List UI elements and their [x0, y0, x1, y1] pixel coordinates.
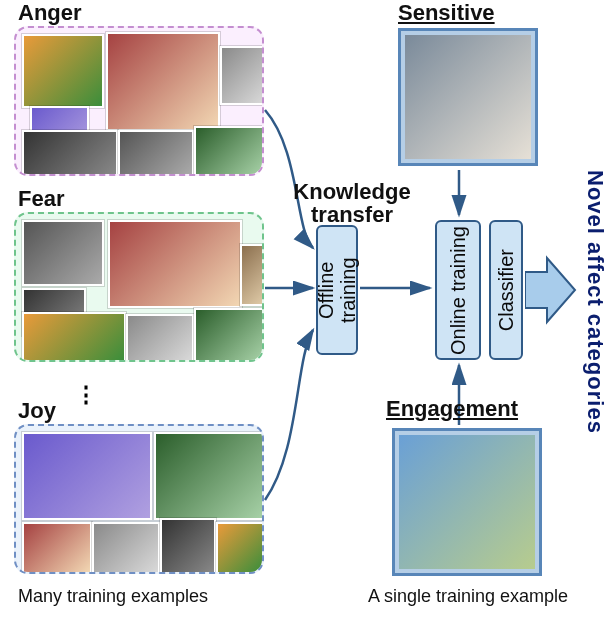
offline-training-label: Offline training — [315, 227, 359, 353]
output-label: Novel affect categories — [582, 170, 608, 434]
classifier-label: Classifier — [495, 249, 517, 331]
online-training-box: Online training — [435, 220, 481, 360]
knowledge-transfer-label: Knowledge transfer — [282, 180, 422, 226]
knowledge-transfer-line2: transfer — [311, 202, 393, 227]
online-training-label: Online training — [447, 226, 469, 355]
single-photo-engagement — [399, 435, 535, 569]
knowledge-transfer-line1: Knowledge — [293, 179, 410, 204]
output-arrow-icon — [525, 250, 585, 330]
single-box-engagement — [392, 428, 542, 576]
single-label-sensitive: Sensitive — [398, 0, 495, 26]
classifier-box: Classifier — [489, 220, 523, 360]
caption-single-example: A single training example — [368, 586, 568, 607]
single-box-sensitive — [398, 28, 538, 166]
single-photo-sensitive — [405, 35, 531, 159]
single-label-engagement: Engagement — [386, 396, 518, 422]
offline-training-box: Offline training — [316, 225, 358, 355]
